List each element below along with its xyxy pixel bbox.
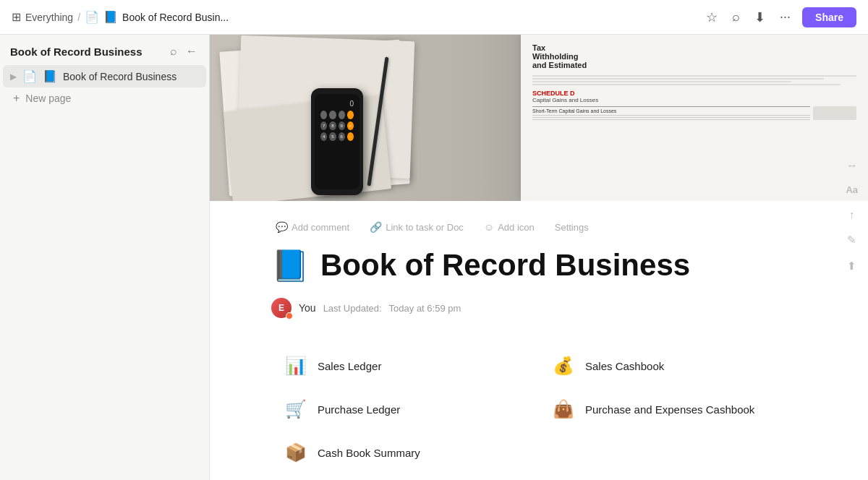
more-options-button[interactable]: ··· xyxy=(777,7,793,27)
page-title-emoji: 📘 xyxy=(271,248,309,283)
sales-ledger-label: Sales Ledger xyxy=(318,360,381,372)
main-layout: Book of Record Business ⌕ ← ▶ 📄 📘 Book o… xyxy=(0,35,868,480)
new-page-button[interactable]: + New page xyxy=(3,87,206,109)
doc-items-grid: 📊 Sales Ledger 💰 Sales Cashbook 🛒 Purcha… xyxy=(271,344,807,474)
add-comment-button[interactable]: 💬 Add comment xyxy=(271,218,354,236)
doc-item-purchase-ledger[interactable]: 🛒 Purchase Ledger xyxy=(271,387,539,431)
breadcrumb-page-icon: 📄 xyxy=(85,10,99,24)
breadcrumb-separator: / xyxy=(77,12,80,23)
sales-cashbook-label: Sales Cashbook xyxy=(585,360,664,372)
comment-icon: 💬 xyxy=(276,221,288,233)
plus-icon: + xyxy=(13,92,20,105)
add-icon-button[interactable]: ☺ Add icon xyxy=(480,218,539,236)
breadcrumb: ⊞ Everything / 📄 📘 Book of Record Busin.… xyxy=(12,10,229,24)
edit-icon-button[interactable]: ✎ xyxy=(847,233,856,247)
purchase-ledger-icon: 🛒 xyxy=(283,396,309,422)
topbar: ⊞ Everything / 📄 📘 Book of Record Busin.… xyxy=(0,0,868,35)
breadcrumb-current-page[interactable]: Book of Record Busin... xyxy=(122,12,229,23)
doc-row-1: 📊 Sales Ledger 💰 Sales Cashbook xyxy=(271,344,807,387)
sidebar-header: Book of Record Business ⌕ ← xyxy=(0,35,209,65)
doc-item-sales-cashbook[interactable]: 💰 Sales Cashbook xyxy=(539,344,807,387)
page-content-area: 0 7 8 9 × xyxy=(210,35,868,480)
right-panel: ↔ Aa ↑ ✎ ⬆ xyxy=(846,159,858,273)
sidebar-item-book-of-record[interactable]: ▶ 📄 📘 Book of Record Business xyxy=(3,65,206,87)
purchase-ledger-label: Purchase Ledger xyxy=(318,403,400,416)
cash-book-summary-icon: 📦 xyxy=(283,440,309,466)
export-icon-button[interactable]: ⬆ xyxy=(847,260,856,273)
doc-item-sales-ledger[interactable]: 📊 Sales Ledger xyxy=(271,344,539,387)
sidebar-title: Book of Record Business xyxy=(10,46,142,58)
page-main-content: 💬 Add comment 🔗 Link to task or Doc ☺ Ad… xyxy=(228,201,850,480)
font-size-button[interactable]: Aa xyxy=(846,184,858,195)
last-updated-timestamp: Today at 6:59 pm xyxy=(389,303,461,314)
sidebar-book-icon: 📘 xyxy=(43,69,57,83)
page-title: Book of Record Business xyxy=(320,247,690,283)
add-icon-label: Add icon xyxy=(498,222,535,233)
link-to-task-button[interactable]: 🔗 Link to task or Doc xyxy=(365,218,468,236)
topbar-actions: ☆ ⌕ ⬇ ··· Share xyxy=(703,7,856,28)
download-button[interactable]: ⬇ xyxy=(752,7,768,28)
avatar-initial: E xyxy=(278,303,284,313)
link-icon: 🔗 xyxy=(370,221,382,233)
doc-row-2: 🛒 Purchase Ledger 👜 Purchase and Expense… xyxy=(271,387,807,431)
purchase-expenses-icon: 👜 xyxy=(550,396,576,422)
page-title-row: 📘 Book of Record Business xyxy=(271,247,807,283)
breadcrumb-book-icon: 📘 xyxy=(103,10,118,24)
author-row: E You Last Updated: Today at 6:59 pm xyxy=(271,298,807,318)
share-icon-button[interactable]: ↑ xyxy=(849,208,855,220)
avatar: E xyxy=(271,298,292,318)
purchase-expenses-label: Purchase and Expenses Cashbook xyxy=(585,403,754,416)
sales-cashbook-icon: 💰 xyxy=(550,353,576,379)
avatar-badge xyxy=(286,312,293,320)
author-name: You xyxy=(299,302,316,314)
doc-row-3: 📦 Cash Book Summary xyxy=(271,431,807,474)
settings-button[interactable]: Settings xyxy=(550,219,593,236)
link-label: Link to task or Doc xyxy=(386,222,464,233)
expand-button[interactable]: ↔ xyxy=(846,159,857,171)
sales-ledger-icon: 📊 xyxy=(283,353,309,379)
new-page-label: New page xyxy=(25,93,71,104)
sidebar-doc-icon: 📄 xyxy=(22,69,37,83)
cash-book-summary-label: Cash Book Summary xyxy=(318,447,420,459)
search-button[interactable]: ⌕ xyxy=(729,7,743,27)
last-updated-label: Last Updated: xyxy=(323,303,382,314)
share-button[interactable]: Share xyxy=(802,7,856,27)
doc-item-purchase-expenses[interactable]: 👜 Purchase and Expenses Cashbook xyxy=(539,387,807,431)
sidebar-search-button[interactable]: ⌕ xyxy=(169,43,179,59)
app-grid-icon: ⊞ xyxy=(12,10,21,24)
cover-image: 0 7 8 9 × xyxy=(210,35,868,201)
expand-arrow-icon: ▶ xyxy=(10,72,17,82)
sidebar-header-icons: ⌕ ← xyxy=(169,43,199,59)
sidebar-collapse-button[interactable]: ← xyxy=(184,43,199,59)
breadcrumb-home[interactable]: Everything xyxy=(25,12,73,23)
doc-item-cash-book-summary[interactable]: 📦 Cash Book Summary xyxy=(271,431,807,474)
sidebar: Book of Record Business ⌕ ← ▶ 📄 📘 Book o… xyxy=(0,35,210,480)
sidebar-item-label: Book of Record Business xyxy=(63,71,196,82)
emoji-icon: ☺ xyxy=(484,221,494,233)
bookmark-button[interactable]: ☆ xyxy=(703,7,720,28)
page-toolbar: 💬 Add comment 🔗 Link to task or Doc ☺ Ad… xyxy=(271,201,807,247)
add-comment-label: Add comment xyxy=(292,222,349,233)
